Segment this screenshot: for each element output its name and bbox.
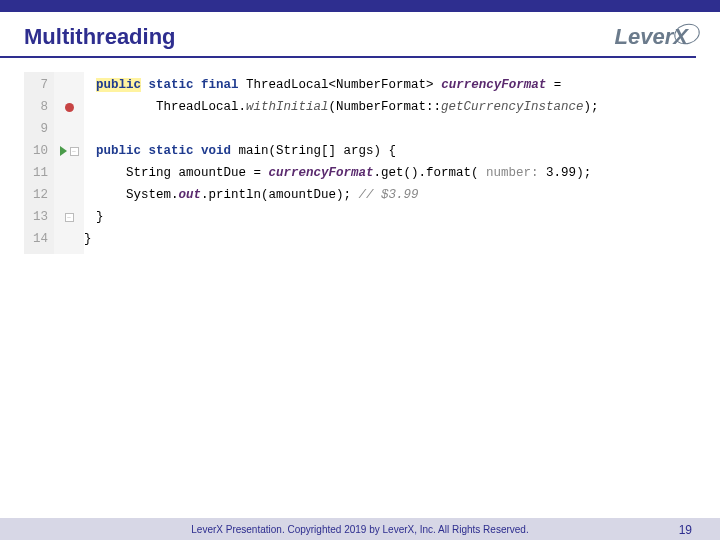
title-underline (0, 56, 696, 58)
line-number: 12 (30, 184, 48, 206)
line-number: 8 (30, 96, 48, 118)
line-number: 10 (30, 140, 48, 162)
line-number: 14 (30, 228, 48, 250)
fold-close-icon[interactable]: – (65, 213, 74, 222)
code-line-8: ThreadLocal.withInitial(NumberFormat::ge… (96, 96, 599, 118)
code-line-11: String amountDue = currencyFormat.get().… (96, 162, 599, 184)
line-number: 7 (30, 74, 48, 96)
footer-text: LeverX Presentation. Copyrighted 2019 by… (191, 524, 528, 535)
code-line-14: } (84, 228, 599, 250)
line-number: 11 (30, 162, 48, 184)
code-lines: public static final ThreadLocal<NumberFo… (84, 72, 599, 254)
brand-logo: LeverX (615, 24, 696, 50)
run-arrow-icon[interactable] (60, 146, 67, 156)
code-viewer: 7 8 9 10 11 12 13 14 – – public static f… (24, 72, 720, 254)
line-number: 13 (30, 206, 48, 228)
line-number-gutter: 7 8 9 10 11 12 13 14 (24, 72, 54, 254)
footer-bar: LeverX Presentation. Copyrighted 2019 by… (0, 518, 720, 540)
breakpoint-icon[interactable] (65, 103, 74, 112)
slide-header: Multithreading LeverX (0, 12, 720, 56)
top-accent-bar (0, 0, 720, 12)
code-line-12: System.out.println(amountDue); // $3.99 (96, 184, 599, 206)
gutter-icons: – – (54, 72, 84, 254)
code-line-10: public static void main(String[] args) { (96, 140, 599, 162)
slide-title: Multithreading (24, 24, 176, 50)
code-line-13: } (96, 206, 599, 228)
line-number: 9 (30, 118, 48, 140)
fold-open-icon[interactable]: – (70, 147, 79, 156)
code-line-9 (96, 118, 599, 140)
page-number: 19 (679, 523, 692, 537)
code-line-7: public static final ThreadLocal<NumberFo… (96, 74, 599, 96)
